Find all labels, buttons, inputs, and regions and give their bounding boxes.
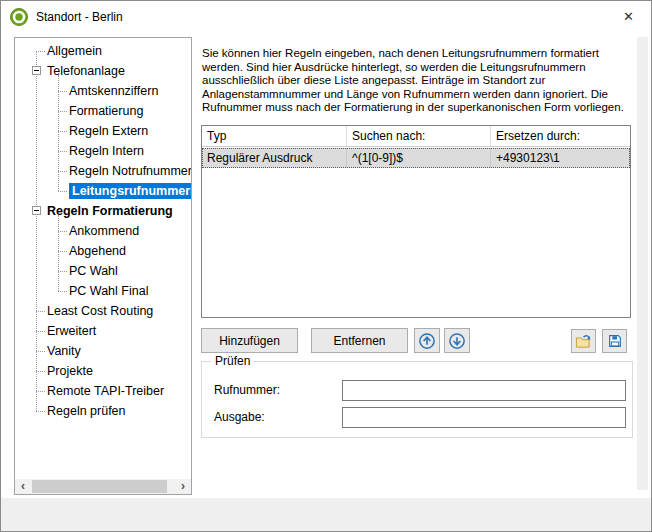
tree-item-least-cost-routing[interactable]: Least Cost Routing [15,301,191,321]
tree-item-regeln-intern[interactable]: Regeln Intern [15,141,191,161]
ausgabe-label: Ausgabe: [214,410,265,424]
arrow-down-circle-icon [448,332,466,350]
tree-item-projekte[interactable]: Projekte [15,361,191,381]
save-button[interactable] [602,329,627,353]
tree-item-ankommend[interactable]: Ankommend [15,221,191,241]
collapse-icon[interactable] [32,66,41,75]
settings-tree: Allgemein Telefonanlage Amtskennziffern … [14,37,192,495]
pruefen-groupbox: Prüfen Rufnummer: Ausgabe: [201,361,633,438]
move-down-button[interactable] [444,328,470,353]
collapse-icon[interactable] [32,206,41,215]
table-header: Typ Suchen nach: Ersetzen durch: [202,126,630,147]
title-bar[interactable]: Standort - Berlin ✕ [1,1,651,32]
window-title: Standort - Berlin [36,10,123,24]
tree-item-pc-wahl-final[interactable]: PC Wahl Final [15,281,191,301]
folder-import-icon [575,333,592,350]
tree-item-regeln-formatierung[interactable]: Regeln Formatierung [15,201,191,221]
tree-item-regeln-notrufnummer[interactable]: Regeln Notrufnummer [15,161,191,181]
rufnummer-label: Rufnummer: [214,383,280,397]
tree-item-amtskennziffern[interactable]: Amtskennziffern [15,81,191,101]
add-button[interactable]: Hinzufügen [201,328,298,353]
close-icon[interactable]: ✕ [606,1,651,31]
tree-items: Allgemein Telefonanlage Amtskennziffern … [15,41,191,421]
panel-vertical-scrollbar[interactable] [637,37,648,490]
cell-typ: Regulärer Ausdruck [202,148,347,168]
save-floppy-icon [607,333,623,349]
arrow-up-circle-icon [418,332,436,350]
tree-item-allgemein[interactable]: Allgemein [15,41,191,61]
app-icon [10,8,28,26]
column-header-ersetzen[interactable]: Ersetzen durch: [491,126,630,146]
cell-ersetzen: +4930123\1 [491,148,630,168]
tree-item-pc-wahl[interactable]: PC Wahl [15,261,191,281]
standort-dialog: Standort - Berlin ✕ Allgemein Telefonanl… [0,0,652,532]
column-header-suchen[interactable]: Suchen nach: [347,126,491,146]
tree-horizontal-scrollbar[interactable]: ‹ › [15,479,191,494]
groupbox-title: Prüfen [211,354,254,368]
ausgabe-input[interactable] [342,407,626,428]
rufnummer-input[interactable] [342,380,626,401]
tree-item-vanity[interactable]: Vanity [15,341,191,361]
button-bar: OK Abbrechen Hilfe [1,498,651,532]
tree-item-abgehend[interactable]: Abgehend [15,241,191,261]
description-text: Sie können hier Regeln eingeben, nach de… [202,47,635,115]
column-header-typ[interactable]: Typ [202,126,347,146]
table-row[interactable]: Regulärer Ausdruck ^(1[0-9])$ +4930123\1 [202,148,630,168]
move-up-button[interactable] [414,328,440,353]
tree-item-regeln-pruefen[interactable]: Regeln prüfen [15,401,191,421]
import-button[interactable] [571,329,596,353]
remove-button[interactable]: Entfernen [311,328,408,353]
tree-item-telefonanlage[interactable]: Telefonanlage [15,61,191,81]
cell-suchen: ^(1[0-9])$ [347,148,491,168]
scrollbar-thumb[interactable] [32,480,167,493]
tree-item-erweitert[interactable]: Erweitert [15,321,191,341]
tree-item-leitungsrufnummern[interactable]: Leitungsrufnummern [15,181,191,201]
rules-table: Typ Suchen nach: Ersetzen durch: Regulär… [201,125,631,318]
tree-item-remote-tapi-treiber[interactable]: Remote TAPI-Treiber [15,381,191,401]
scroll-left-icon[interactable]: ‹ [15,479,31,494]
tree-item-regeln-extern[interactable]: Regeln Extern [15,121,191,141]
scroll-right-icon[interactable]: › [175,479,191,494]
tree-item-formatierung[interactable]: Formatierung [15,101,191,121]
